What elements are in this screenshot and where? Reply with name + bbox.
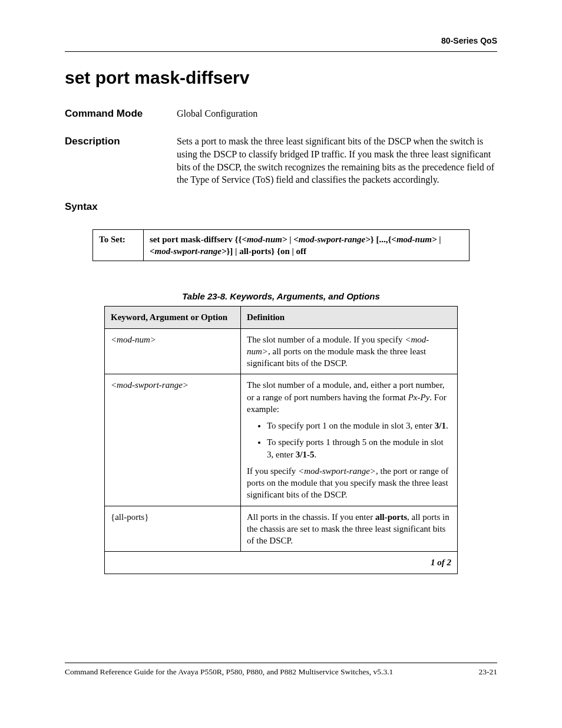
syn-sep2: | — [437, 235, 441, 244]
row2-li2b: 3/1-5 — [296, 450, 315, 459]
description-text: Sets a port to mask the three least sign… — [177, 135, 497, 186]
header-rule — [65, 51, 497, 52]
syn-arg4: <mod-swport-range> — [150, 246, 226, 256]
page-title: set port mask-diffserv — [65, 66, 497, 90]
to-set-label: To Set: — [93, 229, 144, 261]
row2-kw: <mod-swport-range> — [111, 380, 189, 390]
args-table-caption: Table 23-8. Keywords, Arguments, and Opt… — [65, 291, 497, 302]
syntax-command: set port mask-diffserv {{<mod-num> | <mo… — [144, 229, 470, 261]
syntax-table: To Set: set port mask-diffserv {{<mod-nu… — [92, 229, 470, 262]
running-header: 80-Series QoS — [65, 35, 497, 47]
row1-def: The slot number of a module. If you spec… — [241, 328, 458, 374]
args-table: Keyword, Argument or Option Definition <… — [104, 306, 458, 574]
row3-kw: {all-ports} — [105, 506, 241, 552]
footer-left: Command Reference Guide for the Avaya P5… — [65, 667, 393, 677]
row1-p1a: The slot number of a module. If you spec… — [247, 335, 405, 344]
command-mode-label: Command Mode — [65, 107, 177, 121]
row3-def: All ports in the chassis. If you enter a… — [241, 506, 458, 552]
command-mode-row: Command Mode Global Configuration — [65, 107, 497, 121]
row2-def: The slot number of a module, and, either… — [241, 374, 458, 506]
syn-arg1: <mod-num> — [242, 235, 287, 244]
row2-li1b: 3/1 — [435, 421, 446, 430]
row2-li1c: . — [446, 421, 448, 430]
syn-arg2: <mod-swport-range> — [293, 235, 370, 244]
table-row: {all-ports} All ports in the chassis. If… — [105, 506, 458, 552]
row2-p2b: <mod-swport-range> — [298, 466, 376, 476]
description-label: Description — [65, 135, 177, 149]
row3-p1a: All ports in the chassis. If you enter — [247, 512, 375, 522]
syn-arg3: <mod-num> — [391, 235, 437, 244]
table-pager: 1 of 2 — [105, 552, 458, 574]
row1-p1c: , all ports on the module mask the three… — [247, 347, 426, 368]
syn-suffix: }] | all-ports} {on | off — [226, 246, 306, 256]
footer-right: 23-21 — [479, 667, 498, 677]
table-row: <mod-num> The slot number of a module. I… — [105, 328, 458, 374]
table-row: <mod-swport-range> The slot number of a … — [105, 374, 458, 506]
row2-li1: To specify port 1 on the module in slot … — [267, 420, 451, 431]
row3-p1b: all-ports — [375, 512, 407, 522]
table-pager-row: 1 of 2 — [105, 552, 458, 574]
syn-sep1: | — [287, 235, 294, 244]
row1-kw: <mod-num> — [111, 335, 156, 344]
row2-li1a: To specify port 1 on the module in slot … — [267, 421, 435, 430]
row2-li2c: . — [314, 450, 316, 459]
syn-prefix: set port mask-diffserv {{ — [150, 235, 242, 244]
row2-p2a: If you specify — [247, 466, 298, 476]
args-head-keyword: Keyword, Argument or Option — [105, 307, 241, 328]
syn-mid: } [...,{ — [371, 235, 392, 244]
row2-li2a: To specify ports 1 through 5 on the modu… — [267, 437, 444, 459]
page-footer: Command Reference Guide for the Avaya P5… — [65, 663, 497, 677]
command-mode-value: Global Configuration — [177, 107, 497, 120]
description-row: Description Sets a port to mask the thre… — [65, 135, 497, 186]
row2-li2: To specify ports 1 through 5 on the modu… — [267, 436, 451, 460]
args-head-def: Definition — [241, 307, 458, 328]
row2-p1b: Px-Py — [408, 393, 430, 402]
syntax-label: Syntax — [65, 200, 497, 214]
